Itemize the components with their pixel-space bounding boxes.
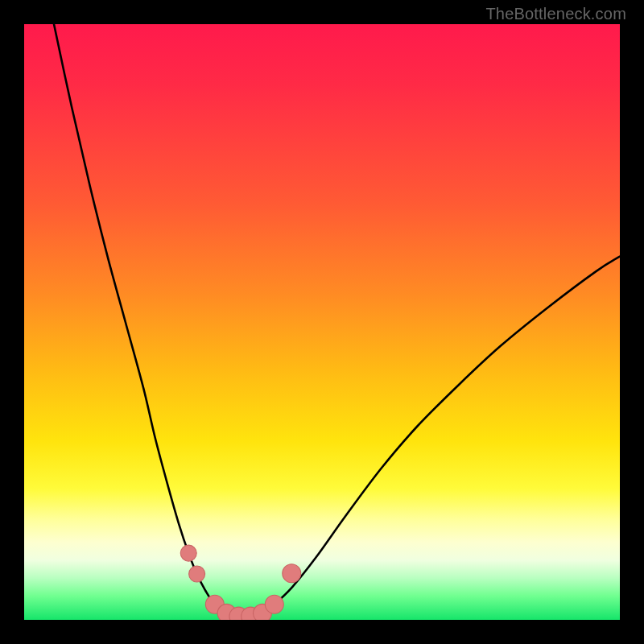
- valley-marker: [180, 545, 196, 561]
- valley-marker: [189, 566, 205, 582]
- valley-marker: [265, 595, 283, 613]
- plot-area: [24, 24, 620, 620]
- watermark-text: TheBottleneck.com: [485, 5, 626, 23]
- valley-markers: [180, 545, 300, 620]
- valley-marker: [283, 564, 301, 583]
- marker-layer: [24, 24, 620, 620]
- chart-stage: TheBottleneck.com: [0, 0, 644, 644]
